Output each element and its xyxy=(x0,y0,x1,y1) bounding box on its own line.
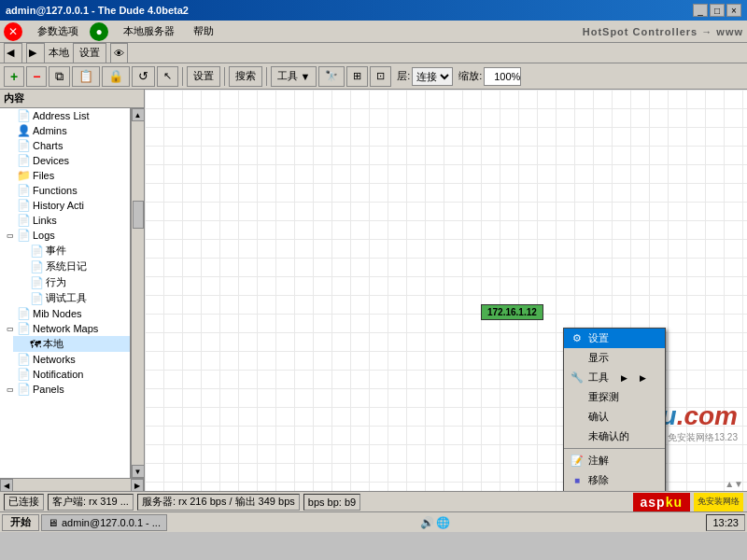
sidebar-item-debug[interactable]: 📄 调试工具 xyxy=(13,290,130,306)
expand-icon: ▭ xyxy=(4,385,17,394)
ctx-item-reproble[interactable]: 重探测 xyxy=(564,387,665,407)
folder-icon: 📁 xyxy=(17,169,31,182)
paste-button[interactable]: 📋 xyxy=(72,66,100,87)
setup-addr-button[interactable]: 设置 xyxy=(73,43,106,63)
copy-button[interactable]: ⧉ xyxy=(49,66,70,87)
sidebar-item-charts[interactable]: 📄 Charts xyxy=(0,138,130,153)
canvas-area[interactable]: 172.16.1.12 172.16.1.12 ⚙ 设置 显示 🔧 工具 ▶ xyxy=(145,90,747,491)
links-icon: 📄 xyxy=(17,214,31,227)
view-button[interactable]: 👁 xyxy=(110,43,128,63)
scroll-right-button[interactable]: ▶ xyxy=(131,479,144,492)
start-button[interactable]: 开始 xyxy=(2,514,39,531)
close-button[interactable]: × xyxy=(726,4,741,17)
settings-button[interactable]: 设置 xyxy=(187,66,220,87)
networks-icon: 📄 xyxy=(17,353,31,366)
window-controls[interactable]: _ □ × xyxy=(693,4,741,17)
sidebar-item-panels[interactable]: ▭ 📄 Panels xyxy=(0,382,130,397)
scroll-thumb[interactable] xyxy=(133,201,144,229)
sidebar-item-functions[interactable]: 📄 Functions xyxy=(0,183,130,198)
sidebar-item-mib[interactable]: 📄 Mib Nodes xyxy=(0,306,130,321)
toolbar-sep-2 xyxy=(224,67,225,86)
sidebar-item-notification[interactable]: 📄 Notification xyxy=(0,367,130,382)
taskbar-app-item[interactable]: 🖥 admin@127.0.0.1 - ... xyxy=(41,514,167,531)
settings-ctx-icon: ⚙ xyxy=(570,332,585,344)
sidebar-scrollbar[interactable]: ▲ ▼ xyxy=(131,108,144,478)
sidebar-item-links[interactable]: 📄 Links xyxy=(0,213,130,228)
ctx-item-confirm[interactable]: 确认 xyxy=(564,407,665,427)
sidebar-label: Charts xyxy=(33,140,63,151)
menu-local-server[interactable]: 本地服务器 xyxy=(116,22,182,40)
logo-sub: 免安装网络 xyxy=(694,493,743,511)
layer-select[interactable]: 连接 xyxy=(412,67,453,86)
layer-label: 层: xyxy=(397,69,410,83)
ctx-item-unconfirm[interactable]: 未确认的 xyxy=(564,427,665,446)
menu-params[interactable]: 参数选项 xyxy=(30,22,86,40)
cursor-button[interactable]: ↖ xyxy=(157,66,178,87)
charts-icon: 📄 xyxy=(17,139,31,152)
sidebar-hscroll[interactable]: ◀ ▶ xyxy=(0,478,144,491)
behav-icon: 📄 xyxy=(30,276,44,289)
binoculars-button[interactable]: 🔭 xyxy=(318,66,345,87)
minimize-button[interactable]: _ xyxy=(693,4,708,17)
grid-button[interactable]: ⊞ xyxy=(346,66,368,87)
ctx-item-remove[interactable]: ■ 移除 xyxy=(564,470,665,490)
sidebar-label: Notification xyxy=(33,369,83,380)
binoculars-icon: 🔭 xyxy=(325,70,338,82)
logo-text: aspku xyxy=(641,495,683,510)
search-button[interactable]: 搜索 xyxy=(229,66,262,87)
syslog-icon: 📄 xyxy=(30,260,44,273)
tools-button[interactable]: 工具 ▼ xyxy=(271,66,317,87)
lock-button[interactable]: 🔒 xyxy=(102,66,130,87)
logo-area: aspku xyxy=(633,493,690,511)
grid-icon: ⊞ xyxy=(353,70,361,82)
remove-ctx-icon: ■ xyxy=(570,475,585,485)
scroll-down-button[interactable]: ▼ xyxy=(132,465,145,478)
ctx-label: 移除 xyxy=(588,473,609,487)
scroll-up-button[interactable]: ▲ xyxy=(132,108,145,121)
event-icon: 📄 xyxy=(30,245,44,258)
ctx-label: 设置 xyxy=(588,331,609,345)
title-bar: admin@127.0.0.1 - The Dude 4.0beta2 _ □ … xyxy=(0,0,747,21)
local-server-icon[interactable]: ● xyxy=(90,22,108,41)
sidebar-item-local[interactable]: 🗺 本地 xyxy=(13,336,130,352)
add-button[interactable]: + xyxy=(4,66,24,87)
status-bar: 已连接 客户端: rx 319 ... 服务器: rx 216 bps / 输出… xyxy=(0,491,747,511)
menu-help[interactable]: 帮助 xyxy=(186,22,221,40)
ctx-separator-1 xyxy=(564,448,665,449)
taskbar: 开始 🖥 admin@127.0.0.1 - ... 🔊 🌐 13:23 xyxy=(0,511,747,532)
sidebar-label: Devices xyxy=(33,155,69,166)
stop-icon[interactable]: ✕ xyxy=(4,22,22,41)
sidebar-item-netmaps[interactable]: ▭ 📄 Network Maps xyxy=(0,321,130,336)
maximize-button[interactable]: □ xyxy=(710,4,725,17)
sidebar-item-devices[interactable]: 📄 Devices xyxy=(0,153,130,168)
ctx-item-note[interactable]: 📝 注解 xyxy=(564,451,665,470)
ctx-item-select-near[interactable]: 选择接近的 xyxy=(564,490,665,491)
address-label: 本地 xyxy=(49,46,69,60)
ctx-item-tools[interactable]: 🔧 工具 ▶ xyxy=(564,368,665,387)
notif-icon: 📄 xyxy=(17,368,31,381)
snap-button[interactable]: ⊡ xyxy=(370,66,391,87)
taskbar-clock: 13:23 xyxy=(706,514,745,531)
forward-button[interactable]: ▶ xyxy=(26,43,45,63)
ctx-item-settings[interactable]: ⚙ 设置 xyxy=(564,329,665,348)
sidebar-item-events[interactable]: 📄 事件 xyxy=(13,243,130,259)
sidebar-item-admins[interactable]: 👤 Admins xyxy=(0,123,130,138)
ctx-item-display[interactable]: 显示 xyxy=(564,348,665,368)
network-node[interactable]: 172.16.1.12 xyxy=(481,304,543,320)
scroll-left-button[interactable]: ◀ xyxy=(0,479,13,492)
remove-button[interactable]: − xyxy=(26,66,47,87)
sidebar-item-behavior[interactable]: 📄 行为 xyxy=(13,274,130,290)
sidebar-item-syslog[interactable]: 📄 系统日记 xyxy=(13,259,130,274)
ctx-label: 工具 xyxy=(588,371,609,385)
sidebar-item-networks[interactable]: 📄 Networks xyxy=(0,352,130,367)
sidebar-item-logs[interactable]: ▭ 📄 Logs xyxy=(0,228,130,243)
zoom-input[interactable] xyxy=(484,67,521,86)
sidebar-item-files[interactable]: 📁 Files xyxy=(0,168,130,183)
sidebar-item-history[interactable]: 📄 History Acti xyxy=(0,198,130,213)
sidebar-label: Mib Nodes xyxy=(33,308,82,319)
sidebar-item-address-list[interactable]: 📄 Address List xyxy=(0,108,130,123)
sidebar-label: History Acti xyxy=(33,200,84,211)
back-button[interactable]: ◀ xyxy=(4,43,22,63)
refresh-button[interactable]: ↺ xyxy=(132,66,155,87)
ctx-label: 未确认的 xyxy=(588,429,629,443)
